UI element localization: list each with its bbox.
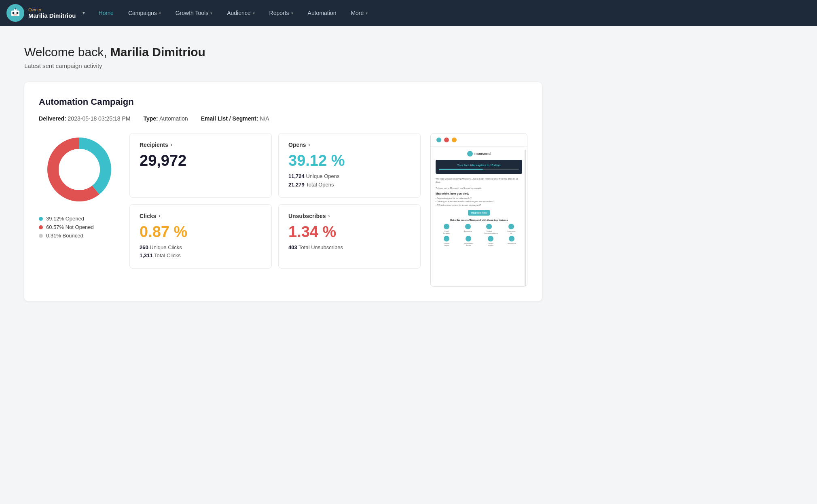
stat-cards-grid: Recipients › 29,972 Opens › 39.12 % 11,7… bbox=[129, 133, 421, 269]
welcome-heading: Welcome back, Marilia Dimitriou bbox=[24, 45, 542, 59]
clicks-sub: 260 Unique Clicks 1,311 Total Clicks bbox=[140, 244, 262, 260]
preview-icon-email-templates: Email Templates bbox=[442, 224, 451, 234]
navbar: Owner Marilia Dimitriou ▾ Home Campaigns… bbox=[0, 0, 817, 26]
unsubscribes-value: 1.34 % bbox=[288, 224, 411, 239]
preview-banner: Your free trial expires in 15 days bbox=[436, 160, 522, 174]
type-meta: Type: Automation bbox=[143, 115, 188, 122]
preview-intro-text: We hope you are enjoying Moosend. Just a… bbox=[436, 177, 522, 184]
growth-tools-arrow: ▾ bbox=[210, 11, 212, 15]
preview-cta-button[interactable]: Upgrade Now bbox=[468, 210, 490, 216]
unsubscribes-header[interactable]: Unsubscribes › bbox=[288, 213, 411, 219]
preview-icon-ecommerce-ai: Ecommerce AI bbox=[506, 224, 516, 234]
stat-card-recipients: Recipients › 29,972 bbox=[129, 133, 272, 198]
preview-icon-circle-3 bbox=[486, 224, 492, 229]
preview-icon-integrations: Integrations bbox=[508, 236, 516, 246]
nav-item-audience[interactable]: Audience ▾ bbox=[220, 0, 262, 26]
preview-dot-gold bbox=[452, 138, 457, 142]
donut-chart bbox=[43, 133, 116, 206]
preview-icon-product-rec: Product Recommendations bbox=[484, 224, 494, 234]
reports-arrow: ▾ bbox=[291, 11, 293, 15]
stat-card-opens: Opens › 39.12 % 11,724 Unique Opens 21,2… bbox=[278, 133, 421, 198]
preview-progress-bar-container bbox=[439, 169, 519, 170]
preview-bullets: • Segmenting your list for better result… bbox=[436, 197, 522, 207]
svg-point-2 bbox=[13, 12, 15, 14]
preview-icon-circle-1 bbox=[444, 224, 449, 229]
preview-icon-circle-7 bbox=[488, 236, 493, 241]
campaign-meta: Delivered: 2023-05-18 03:25:18 PM Type: … bbox=[39, 115, 527, 122]
legend-dot-not-opened bbox=[39, 225, 43, 229]
nav-item-more[interactable]: More ▾ bbox=[343, 0, 375, 26]
preview-logo-text: moosend bbox=[474, 152, 491, 156]
nav-item-home[interactable]: Home bbox=[91, 0, 121, 26]
preview-icons-row-1: Email Templates Automation Product Recom… bbox=[436, 224, 522, 234]
preview-dot-teal bbox=[436, 138, 441, 142]
page-subtitle: Latest sent campaign activity bbox=[24, 62, 542, 69]
campaign-title: Automation Campaign bbox=[39, 97, 527, 107]
recipients-value: 29,972 bbox=[140, 153, 262, 168]
preview-dot-red bbox=[444, 138, 449, 142]
legend-dot-bounced bbox=[39, 234, 43, 238]
stat-card-clicks: Clicks › 0.87 % 260 Unique Clicks 1,311 … bbox=[129, 204, 272, 269]
preview-icon-circle-8 bbox=[509, 236, 514, 241]
preview-icon-circle-5 bbox=[444, 236, 449, 241]
email-preview: moosend Your free trial expires in 15 da… bbox=[430, 133, 527, 287]
legend-bounced: 0.31% Bounced bbox=[39, 233, 94, 239]
stats-area: 39.12% Opened 60.57% Not Opened 0.31% Bo… bbox=[39, 133, 527, 287]
owner-dropdown-arrow[interactable]: ▾ bbox=[83, 10, 85, 16]
nav-brand[interactable]: Owner Marilia Dimitriou ▾ bbox=[6, 4, 91, 22]
nav-item-automation[interactable]: Automation bbox=[301, 0, 344, 26]
more-arrow: ▾ bbox=[366, 11, 368, 15]
preview-logo-row: moosend bbox=[436, 151, 522, 157]
email-list-meta: Email List / Segment: N/A bbox=[201, 115, 269, 122]
preview-icons-row-2: Landing Pages Subscription Forms Custom … bbox=[436, 236, 522, 246]
preview-body: moosend Your free trial expires in 15 da… bbox=[431, 147, 527, 284]
nav-items: Home Campaigns ▾ Growth Tools ▾ Audience… bbox=[91, 0, 811, 26]
owner-name: Marilia Dimitriou bbox=[28, 12, 76, 19]
preview-icon-circle-6 bbox=[466, 236, 471, 241]
preview-meanwhile-heading: Meanwhile, have you tried: bbox=[436, 192, 522, 195]
campaigns-arrow: ▾ bbox=[159, 11, 161, 15]
svg-rect-4 bbox=[13, 15, 17, 15]
unsubscribes-arrow-icon: › bbox=[328, 213, 330, 219]
preview-icon-automation: Automation bbox=[464, 224, 472, 234]
preview-icon-circle-4 bbox=[508, 224, 514, 229]
donut-section: 39.12% Opened 60.57% Not Opened 0.31% Bo… bbox=[39, 133, 120, 239]
audience-arrow: ▾ bbox=[253, 11, 255, 15]
clicks-value: 0.87 % bbox=[140, 224, 262, 239]
preview-icon-landing-pages: Landing Pages bbox=[442, 236, 451, 246]
opens-value: 39.12 % bbox=[288, 153, 411, 168]
preview-body-text: To keep using Moosend you'll need to upg… bbox=[436, 186, 522, 190]
recipients-header[interactable]: Recipients › bbox=[140, 142, 262, 148]
preview-features-title: Make the most of Moosend with these top … bbox=[436, 219, 522, 221]
legend-opened: 39.12% Opened bbox=[39, 216, 94, 222]
preview-icon-custom-reports: Custom Reports bbox=[486, 236, 495, 246]
opens-arrow-icon: › bbox=[309, 142, 310, 148]
legend-not-opened: 60.57% Not Opened bbox=[39, 224, 94, 230]
opens-sub: 11,724 Unique Opens 21,279 Total Opens bbox=[288, 172, 411, 189]
preview-icon-subscription: Subscription Forms bbox=[464, 236, 473, 246]
unsubscribes-sub: 403 Total Unsubscribes bbox=[288, 244, 411, 252]
nav-logo bbox=[6, 4, 24, 22]
preview-icon-circle-2 bbox=[465, 224, 471, 229]
opens-header[interactable]: Opens › bbox=[288, 142, 411, 148]
stat-card-unsubscribes: Unsubscribes › 1.34 % 403 Total Unsubscr… bbox=[278, 204, 421, 269]
nav-item-growth-tools[interactable]: Growth Tools ▾ bbox=[168, 0, 220, 26]
clicks-arrow-icon: › bbox=[159, 213, 160, 219]
preview-scrollbar bbox=[525, 150, 526, 286]
nav-item-reports[interactable]: Reports ▾ bbox=[262, 0, 301, 26]
delivered-meta: Delivered: 2023-05-18 03:25:18 PM bbox=[39, 115, 130, 122]
legend-dot-opened bbox=[39, 217, 43, 221]
preview-moosend-icon bbox=[467, 151, 473, 157]
clicks-header[interactable]: Clicks › bbox=[140, 213, 262, 219]
preview-banner-text: Your free trial expires in 15 days bbox=[439, 164, 519, 167]
owner-label: Owner bbox=[28, 7, 76, 12]
donut-legend: 39.12% Opened 60.57% Not Opened 0.31% Bo… bbox=[39, 216, 94, 239]
nav-owner-info: Owner Marilia Dimitriou bbox=[28, 7, 76, 19]
preview-titlebar bbox=[431, 133, 527, 147]
nav-item-campaigns[interactable]: Campaigns ▾ bbox=[121, 0, 168, 26]
svg-point-6 bbox=[15, 8, 16, 10]
campaign-card: Automation Campaign Delivered: 2023-05-1… bbox=[24, 82, 542, 301]
main-content: Welcome back, Marilia Dimitriou Latest s… bbox=[0, 26, 566, 321]
preview-progress-fill bbox=[439, 169, 483, 170]
recipients-arrow-icon: › bbox=[171, 142, 172, 148]
